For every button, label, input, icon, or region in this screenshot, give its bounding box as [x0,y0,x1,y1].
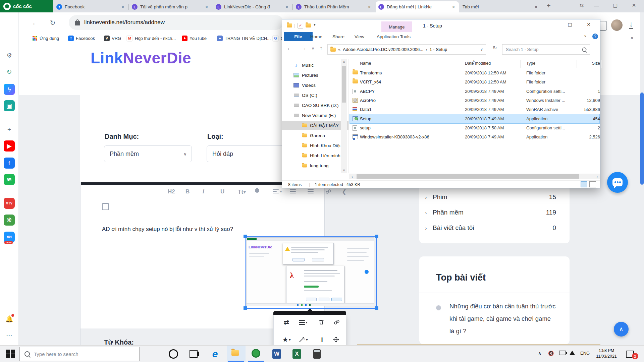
embedded-screenshot[interactable]: LinkNeverDie λ [246,237,374,306]
nav-pane-scrollbar[interactable]: ∧ ∨ [341,59,347,173]
align-icon[interactable]: ▾ [273,188,282,194]
edge-icon[interactable]: e [209,348,221,360]
battery-icon[interactable] [559,351,566,356]
explorer-up-button[interactable]: ↑ [320,45,323,52]
cortana-icon[interactable] [168,348,179,360]
image-link-icon[interactable] [331,317,342,327]
file-explorer-taskbar-button[interactable] [227,346,246,362]
browser-tab[interactable]: LLinkNeverDie - Cộng đ× [213,1,292,12]
bookmark-item[interactable]: MHộp thư đến - nkch... [126,34,176,43]
breadcrumb-overflow[interactable]: « [338,47,340,52]
chat-fab-button[interactable] [607,172,628,193]
column-header-type[interactable]: Type [526,61,535,66]
ribbon-tab-share[interactable]: Share [328,32,348,41]
word-icon[interactable]: W [271,348,282,360]
column-separator[interactable] [456,60,456,68]
vtv-icon[interactable]: VTV [4,198,15,209]
green-app-icon[interactable]: ❋ [4,215,15,226]
bell-icon[interactable]: 🔔 [4,313,15,324]
file-row-acropro[interactable]: AcroPro20/09/2018 7:49 AMWindows Install… [350,96,599,105]
bookmark-item[interactable]: GGoogle [272,34,282,43]
taskbar-search[interactable] [19,347,140,361]
tiki-icon[interactable]: tiki-50% [4,232,15,243]
browser-tab[interactable]: LTải về phần mềm văn p× [129,1,212,12]
nav-item-videos[interactable]: Videos [282,80,348,90]
nav-item-new-volume-e-[interactable]: New Volume (E:) [282,111,348,120]
column-separator[interactable] [601,60,602,68]
ribbon-tab-home[interactable]: Home [306,32,326,41]
tab-close-icon[interactable]: × [284,4,289,10]
browser-sync-icon[interactable]: ⇆ [574,0,589,11]
replace-icon[interactable]: ⇄ [281,317,292,327]
network-icon[interactable] [570,351,575,356]
profile-avatar[interactable] [611,19,623,31]
bookmark-item[interactable]: VVRG [104,34,121,43]
info-icon[interactable]: i [316,335,328,345]
ordered-list-icon[interactable] [290,188,296,194]
help-icon[interactable]: ? [592,34,598,39]
scroll-right-arrow[interactable]: › [594,174,600,179]
star-icon[interactable]: ★▾ [281,335,292,345]
pane-divider[interactable] [348,59,349,173]
unordered-list-icon[interactable] [308,188,314,194]
underline-icon[interactable]: U [220,188,224,195]
explorer-search-box[interactable] [502,44,590,55]
bookmark-item[interactable]: Ứng dụng [32,34,59,43]
selection-handle-ne[interactable] [375,235,378,238]
nav-item-pictures[interactable]: Pictures [282,70,348,80]
taskbar-search-input[interactable] [33,351,128,357]
nav-item-os-c-[interactable]: OS (C:) [282,90,348,100]
browser-tab[interactable]: fFacebook× [54,1,128,12]
explorer-minimize-button[interactable]: — [543,19,558,29]
browser-tab[interactable]: LĐăng bài mới | LinkNe× [376,1,459,12]
browser-tab[interactable]: LThảo Luận Phần Mềm× [293,1,375,12]
nav-item-network[interactable]: Network [282,171,348,173]
nav-item-music[interactable]: ♪Music [282,60,348,70]
calculator-icon[interactable] [311,348,323,360]
nav-item-cao-su-brk-d-[interactable]: CAO SU BRK (D:) [282,101,348,110]
column-separator[interactable] [520,60,521,68]
file-row-windowsinstaller-kb893803-v2-x86[interactable]: WindowsInstaller-KB893803-v2-x8620/09/20… [350,132,599,141]
color-drop-icon[interactable] [255,188,259,193]
bold-icon[interactable]: B [185,188,190,195]
breadcrumb[interactable]: « Adobe.Acrobat.Pro.DC.v2020.009.2006...… [327,44,486,55]
games-icon[interactable]: ▣ [4,100,15,111]
explorer-back-button[interactable]: ← [287,45,292,52]
move-icon[interactable] [330,335,342,345]
tab-close-icon[interactable]: × [367,4,372,10]
heading-icon[interactable]: H2 [168,188,175,195]
scroll-left-arrow[interactable]: ‹ [349,174,355,179]
explorer-close-button[interactable]: ✕ [581,19,596,29]
browser-minimize-button[interactable]: — [589,0,604,11]
bookmark-item[interactable]: fFacebook [68,34,95,43]
tab-close-icon[interactable]: × [451,4,456,10]
volume-muted-icon[interactable]: 🔇 [548,351,554,356]
manage-contextual-tab[interactable]: Manage [381,21,412,32]
qat-customize-chevron[interactable]: ▼ [313,23,316,26]
quote-icon[interactable]: ❮ [342,188,346,195]
selection-handle-se[interactable] [375,306,378,310]
scroll-down-arrow[interactable]: ∨ [341,168,347,173]
page-scrollbar-thumb[interactable] [640,93,644,185]
explorer-search-input[interactable] [505,47,582,52]
tab-close-icon[interactable]: × [533,4,539,10]
italic-icon[interactable]: I [203,188,204,195]
browser-maximize-button[interactable]: ▢ [608,0,623,11]
ribbon-collapse-chevron[interactable]: ∨ [584,34,587,38]
link-icon[interactable] [325,188,332,195]
thumbnails-view-icon[interactable] [589,181,596,187]
horizontal-scrollbar[interactable]: ‹ › [349,174,600,179]
align-image-icon[interactable]: ▾ [298,317,309,327]
column-header-name[interactable]: Name [360,61,371,66]
delete-icon[interactable] [316,317,327,327]
nav-item-c-i-t-m-y[interactable]: CÀI ĐẶT MÁY [282,121,348,130]
qat-folder-icon[interactable] [306,23,311,27]
more-icon[interactable]: ⋯ [4,330,15,341]
column-header-size[interactable]: Size [571,61,600,66]
nav-item-h-nh-li-n-minh[interactable]: Hình Liên minh [282,151,348,160]
qat-check-icon[interactable]: ✓ [298,23,303,28]
magic-icon[interactable]: ▾ [298,335,309,345]
ribbon-tab-view[interactable]: View [351,32,368,41]
tray-expand-chevron[interactable]: ∧ [538,351,541,356]
task-view-icon[interactable] [188,348,199,360]
